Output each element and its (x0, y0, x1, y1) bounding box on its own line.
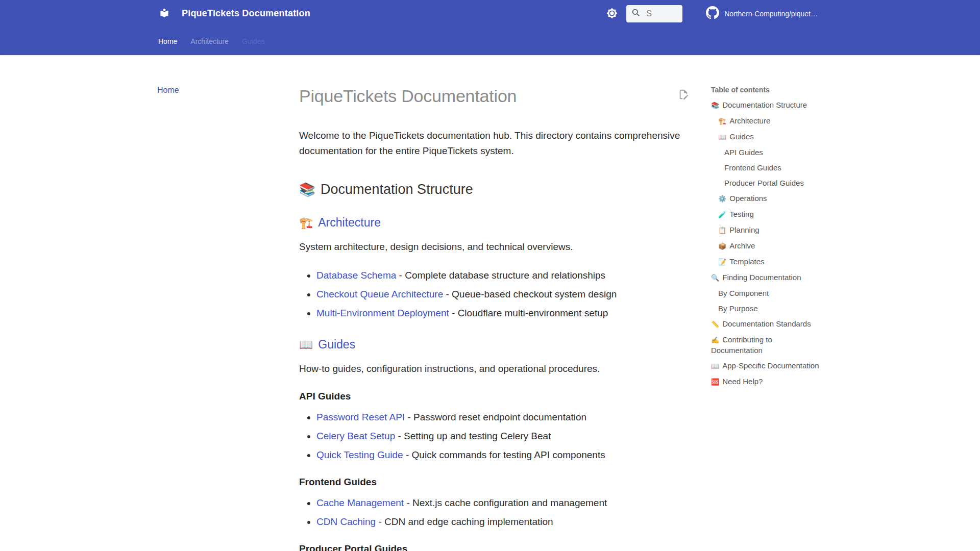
table-of-contents: Table of contents 📚Documentation Structu… (711, 86, 821, 392)
subsection-frontend-guides: Frontend Guides (299, 476, 697, 488)
list-item: Checkout Queue Architecture - Queue-base… (316, 288, 697, 301)
list-item: Password Reset API - Password reset endp… (316, 411, 697, 424)
list-item: Cache Management - Next.js cache configu… (316, 496, 697, 510)
list-item: Quick Testing Guide - Quick commands for… (316, 448, 697, 462)
books-icon: 📚 (299, 182, 315, 197)
frontend-guides-list: Cache Management - Next.js cache configu… (299, 496, 697, 529)
toc-item: 🧪Testing (711, 209, 821, 220)
app-header: PiqueTickets Documentation (0, 0, 980, 55)
guides-heading-link[interactable]: Guides (318, 338, 355, 351)
database-schema-link[interactable]: Database Schema (316, 270, 396, 281)
celery-beat-setup-link[interactable]: Celery Beat Setup (316, 431, 395, 441)
sidebar-item-home[interactable]: Home (157, 86, 179, 94)
subsection-api-guides: API Guides (299, 390, 697, 403)
toc-item: 🏗️Architecture (711, 116, 821, 127)
list-item: CDN Caching - CDN and edge caching imple… (316, 515, 697, 529)
toc-item: 📖Guides (711, 132, 821, 142)
writing-hand-icon: ✍️ (711, 336, 719, 344)
architecture-description: System architecture, design decisions, a… (299, 239, 697, 255)
brightness-sun-icon (606, 8, 619, 19)
main-content: PiqueTickets Documentation Welcome to th… (299, 86, 697, 551)
edit-document-icon (678, 93, 689, 102)
section-guides: 📖Guides (299, 337, 697, 352)
toc-item: By Component (711, 288, 821, 298)
section-architecture: 🏗️Architecture (299, 215, 697, 230)
list-item: Database Schema - Complete database stru… (316, 269, 697, 282)
site-logo[interactable] (158, 7, 170, 21)
construction-icon: 🏗️ (299, 216, 313, 229)
toc-item: Frontend Guides (711, 163, 821, 173)
ruler-icon: 📏 (711, 320, 719, 328)
magnifier-icon: 🔍 (711, 274, 719, 282)
site-title: PiqueTickets Documentation (182, 8, 310, 19)
nav-tabs: Home Architecture Guides (158, 27, 822, 55)
cdn-caching-link[interactable]: CDN Caching (316, 516, 376, 527)
tab-architecture[interactable]: Architecture (190, 37, 229, 45)
architecture-heading-link[interactable]: Architecture (318, 216, 381, 229)
list-item: Celery Beat Setup - Setting up and testi… (316, 430, 697, 443)
quick-testing-guide-link[interactable]: Quick Testing Guide (316, 449, 403, 460)
toc-item: 📖App-Specific Documentation (711, 361, 821, 371)
test-tube-icon: 🧪 (718, 211, 726, 218)
architecture-list: Database Schema - Complete database stru… (299, 269, 697, 320)
list-item: Multi-Environment Deployment - Cloudflar… (316, 307, 697, 320)
toc-item: 📏Documentation Standards (711, 319, 821, 330)
guides-description: How-to guides, configuration instruction… (299, 361, 697, 377)
open-book-icon: 📖 (711, 362, 719, 370)
construction-icon: 🏗️ (718, 117, 726, 125)
toc-title: Table of contents (711, 86, 821, 94)
toc-item: 📝Templates (711, 257, 821, 267)
tab-home[interactable]: Home (158, 37, 177, 45)
open-book-icon: 📖 (299, 338, 313, 351)
toc-item: Producer Portal Guides (711, 178, 821, 188)
multi-environment-deployment-link[interactable]: Multi-Environment Deployment (316, 308, 449, 318)
search-box[interactable] (626, 5, 682, 22)
section-documentation-structure: 📚Documentation Structure (299, 181, 697, 198)
subsection-producer-portal-guides: Producer Portal Guides (299, 543, 697, 551)
github-icon (706, 6, 719, 21)
search-input[interactable] (645, 9, 678, 19)
toc-item: ✍️Contributing to Documentation (711, 335, 821, 356)
toc-item: 🆘Need Help? (711, 377, 821, 387)
toc-item: 📚Documentation Structure (711, 100, 821, 111)
books-icon: 📚 (711, 102, 719, 109)
memo-icon: 📝 (718, 258, 726, 266)
open-book-icon: 📖 (718, 133, 726, 141)
toc-item: 📦Archive (711, 241, 821, 252)
toc-item: ⚙️Operations (711, 193, 821, 204)
checkout-queue-architecture-link[interactable]: Checkout Queue Architecture (316, 289, 443, 299)
edit-page-button[interactable] (678, 89, 689, 100)
toc-item: 📋Planning (711, 225, 821, 236)
toc-item: 🔍Finding Documentation (711, 272, 821, 283)
search-icon (631, 8, 641, 19)
package-icon: 📦 (718, 242, 726, 250)
theme-toggle-button[interactable] (606, 8, 619, 20)
repo-label: Northern-Computing/piquet… (724, 10, 818, 18)
password-reset-api-link[interactable]: Password Reset API (316, 412, 405, 422)
clipboard-icon: 📋 (718, 227, 726, 234)
page-title: PiqueTickets Documentation (299, 86, 697, 107)
intro-paragraph: Welcome to the PiqueTickets documentatio… (299, 128, 697, 158)
gear-icon: ⚙️ (718, 195, 726, 203)
cache-management-link[interactable]: Cache Management (316, 497, 404, 508)
reader-book-icon (158, 7, 170, 21)
primary-sidebar: Home (157, 86, 264, 95)
toc-item: API Guides (711, 147, 821, 158)
tab-guides[interactable]: Guides (242, 37, 264, 45)
repo-link[interactable]: Northern-Computing/piquet… (706, 6, 822, 21)
sos-icon: 🆘 (711, 378, 719, 386)
toc-item: By Purpose (711, 304, 821, 314)
api-guides-list: Password Reset API - Password reset endp… (299, 411, 697, 462)
